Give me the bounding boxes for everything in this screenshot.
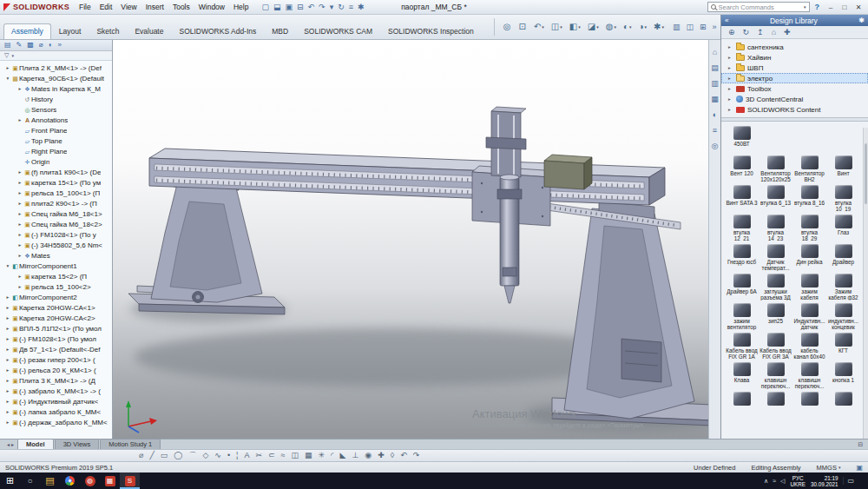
open-file-icon[interactable]: ⬓: [273, 3, 281, 11]
mirror-entities-icon[interactable]: ◫: [291, 452, 299, 459]
ribbon-tab[interactable]: Evaluate: [127, 23, 171, 39]
pane-expand-icon[interactable]: »: [58, 42, 62, 49]
expand-arrow-icon[interactable]: ▸: [16, 86, 23, 91]
design-library-item[interactable]: Винт SATA 3: [725, 183, 759, 213]
design-library-folder[interactable]: ▸ Toolbox: [721, 83, 868, 94]
task-pane-toggle-icon[interactable]: ▥: [673, 23, 681, 31]
design-library-item[interactable]: Датчик температ...: [759, 242, 792, 272]
feature-tree-item[interactable]: Right Plane: [0, 146, 112, 156]
expand-arrow-icon[interactable]: ▸: [728, 86, 733, 91]
view-settings-icon[interactable]: ✱▾: [654, 23, 664, 31]
expand-arrow-icon[interactable]: ▸: [728, 76, 733, 81]
display-style-icon[interactable]: ◪▾: [588, 23, 599, 31]
expand-arrow-icon[interactable]: ▸: [4, 399, 11, 404]
expand-arrow-icon[interactable]: ▸: [16, 274, 23, 279]
design-library-item[interactable]: индуктивн... концевик: [826, 301, 860, 331]
design-library-item[interactable]: зажим вентилятора: [725, 301, 759, 331]
expand-arrow-icon[interactable]: ▸: [4, 65, 11, 70]
design-library-item[interactable]: втулка 12_21: [725, 213, 759, 242]
expand-arrow-icon[interactable]: ▸: [4, 336, 11, 341]
menu-item[interactable]: Window: [194, 3, 229, 11]
design-library-icon[interactable]: ▤: [711, 64, 719, 72]
expand-arrow-icon[interactable]: ▸: [16, 180, 23, 185]
design-library-item[interactable]: Вент 120: [725, 154, 759, 183]
design-library-item[interactable]: втулка 18_29: [792, 213, 826, 242]
menu-item[interactable]: Tools: [168, 3, 194, 11]
minimize-button[interactable]: –: [825, 3, 837, 11]
design-library-item[interactable]: Кабель ввод FIX GR 1А: [725, 331, 759, 360]
design-library-item[interactable]: Индуктивн... датчик: [792, 301, 826, 331]
design-library-folder[interactable]: ▸ ШВП: [721, 63, 868, 73]
zoom-fit-icon[interactable]: ◎: [503, 23, 512, 31]
ribbon-tab[interactable]: SOLIDWORKS Inspection: [380, 23, 482, 39]
expand-arrow-icon[interactable]: ▸: [728, 44, 733, 50]
design-library-item[interactable]: кнопка 1: [826, 360, 860, 390]
task-pane-scrollbar[interactable]: [863, 128, 868, 439]
design-library-item[interactable]: [759, 390, 792, 420]
feature-tree-item[interactable]: ▸ (-) FM1028<1> (По умол: [0, 334, 112, 344]
collapse-pane-icon[interactable]: «: [725, 17, 728, 24]
propertymanager-tab-icon[interactable]: ✎: [16, 42, 23, 49]
feature-tree-item[interactable]: ▸ ВПЛ-5 Л1П2<1> (По умол: [0, 323, 112, 334]
featuremanager-tab-icon[interactable]: ▤: [4, 42, 11, 49]
ribbon-tab[interactable]: Layout: [51, 23, 89, 39]
filter-chevron-icon[interactable]: ▾: [11, 53, 14, 58]
feature-tree-item[interactable]: Sensors: [0, 104, 112, 115]
feature-tree-item[interactable]: ▸ Каретка 20HGW-CA<1>: [0, 302, 112, 313]
help-button[interactable]: ?: [812, 3, 824, 11]
centerline-icon[interactable]: ¦: [236, 452, 238, 459]
design-library-item[interactable]: втулка 10_19: [826, 183, 860, 213]
notification-center-icon[interactable]: ▭: [843, 477, 858, 485]
circular-pattern-icon[interactable]: ✳: [319, 452, 326, 459]
feature-tree-item[interactable]: ▸ MirrorComponent2: [0, 292, 112, 302]
forum-icon[interactable]: ◎: [712, 142, 719, 150]
feature-tree-item[interactable]: ▸ (-) лапка забрало К_ММ<: [0, 406, 112, 417]
tab-scroll-left-icon[interactable]: ◂: [7, 442, 10, 447]
edit-appearance-icon[interactable]: ◐▾: [623, 23, 632, 31]
tags-icon[interactable]: ▣: [856, 464, 863, 472]
zoom-area-icon[interactable]: ⊡: [519, 23, 527, 31]
expand-arrow-icon[interactable]: ▸: [16, 211, 23, 216]
solidworks-resources-icon[interactable]: ⌂: [713, 49, 717, 56]
feature-tree-item[interactable]: ▸ (-) 34Н55802_5,6 Nm<: [0, 240, 112, 250]
expand-arrow-icon[interactable]: ▸: [728, 96, 733, 102]
design-library-item[interactable]: [725, 390, 759, 420]
feature-tree-item[interactable]: ▸ Mates: [0, 250, 112, 261]
options-gear-icon[interactable]: ✱: [858, 17, 865, 24]
expand-arrow-icon[interactable]: ▸: [16, 169, 23, 175]
up-folder-icon[interactable]: ↥: [757, 29, 764, 36]
add-to-library-icon[interactable]: ⊕: [728, 29, 735, 36]
feature-tree-item[interactable]: ▸ Mates in Каретка К_М: [0, 83, 112, 94]
feature-tree-item[interactable]: ▸ каретка 15<2> (П: [0, 271, 112, 281]
scrollbar-thumb[interactable]: [865, 143, 867, 204]
file-properties-icon[interactable]: ≡: [349, 3, 353, 11]
design-library-item[interactable]: [826, 390, 860, 420]
hide-show-items-icon[interactable]: ◍▾: [606, 23, 616, 31]
close-button[interactable]: ✕: [852, 3, 865, 11]
document-tab[interactable]: Model: [17, 439, 54, 449]
linear-pattern-icon[interactable]: ▦: [305, 452, 312, 459]
previous-view-icon[interactable]: ↶▾: [534, 23, 544, 31]
expand-arrow-icon[interactable]: ▸: [4, 326, 11, 331]
home-icon[interactable]: ⌂: [772, 29, 776, 36]
menu-item[interactable]: Help: [229, 3, 253, 11]
section-view-icon[interactable]: ◫▾: [551, 23, 562, 31]
document-tab[interactable]: Motion Study 1: [100, 439, 161, 449]
expand-arrow-icon[interactable]: ▸: [728, 55, 733, 60]
save-icon[interactable]: ▣: [286, 3, 293, 11]
design-library-item[interactable]: кабель канал 60х40: [792, 331, 826, 360]
pane-split-icon[interactable]: ⊟: [858, 441, 863, 447]
chamfer-icon[interactable]: ◣: [340, 452, 346, 459]
appearances-icon[interactable]: ◐: [713, 111, 717, 119]
language-indicator[interactable]: РУС UKRE: [790, 475, 806, 487]
smart-dimension-icon[interactable]: ⌀: [139, 452, 143, 459]
view-orientation-icon[interactable]: ◧▾: [569, 23, 581, 31]
feature-tree-item[interactable]: History: [0, 94, 112, 104]
design-library-item[interactable]: зип25: [759, 301, 792, 331]
display-pane-icon[interactable]: ◫: [687, 23, 694, 31]
expand-arrow-icon[interactable]: ▾: [4, 76, 11, 81]
redo-icon[interactable]: ↷: [413, 452, 420, 459]
feature-tree-item[interactable]: ▸ Каретка 20HGW-CA<2>: [0, 313, 112, 323]
search-commands-box[interactable]: Search Commands ▾: [707, 2, 810, 12]
refresh-icon[interactable]: ↻: [743, 29, 750, 36]
